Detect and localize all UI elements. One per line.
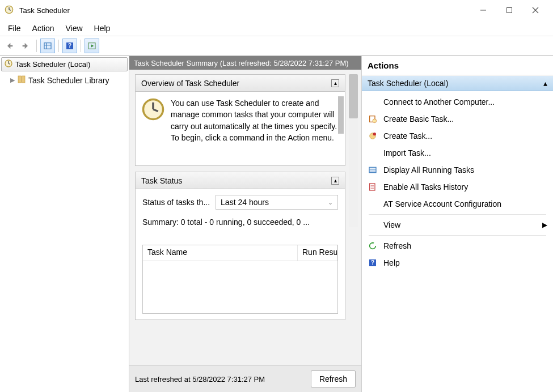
svg-rect-17 [18, 76, 21, 83]
actions-panel-title: Actions [362, 56, 553, 75]
refresh-icon [368, 241, 378, 251]
col-run-result[interactable]: Run Resu [298, 245, 337, 261]
action-connect-computer[interactable]: Connect to Another Computer... [362, 93, 553, 110]
collapse-up-icon: ▴ [543, 79, 547, 88]
status-summary-text: Summary: 0 total - 0 running, 0 succeede… [142, 218, 338, 227]
tree-child-library[interactable]: ▶ Task Scheduler Library [0, 73, 129, 88]
action-separator [369, 214, 546, 215]
action-label: Enable All Tasks History [383, 182, 468, 191]
menubar: File Action View Help [0, 20, 553, 36]
actions-subheader[interactable]: Task Scheduler (Local) ▴ [362, 75, 553, 91]
action-view[interactable]: View ▶ [362, 216, 553, 233]
window-title: Task Scheduler [19, 6, 470, 15]
svg-marker-33 [373, 242, 374, 244]
svg-marker-13 [91, 44, 94, 47]
blank-icon [368, 220, 378, 230]
menu-action[interactable]: Action [27, 22, 60, 35]
menu-help[interactable]: Help [88, 22, 116, 35]
maximize-button[interactable] [496, 2, 522, 19]
titlebar: Task Scheduler [0, 0, 553, 20]
center-panel: Task Scheduler Summary (Last refreshed: … [129, 56, 361, 392]
overview-text: You can use Task Scheduler to create and… [171, 97, 339, 160]
blank-icon [368, 97, 378, 107]
action-create-basic-task[interactable]: Create Basic Task... [362, 110, 553, 127]
collapse-up-icon[interactable]: ▴ [331, 177, 339, 185]
blank-icon [368, 199, 378, 209]
clock-large-icon [141, 97, 165, 160]
task-status-body: Status of tasks th... Last 24 hours ⌄ Su… [136, 189, 345, 319]
svg-rect-4 [507, 8, 512, 13]
window-controls [470, 2, 548, 19]
clock-icon [4, 59, 13, 70]
main: Task Scheduler (Local) ▶ Task Scheduler … [0, 56, 553, 392]
actions-subheader-label: Task Scheduler (Local) [368, 79, 448, 88]
nav-forward-button[interactable] [18, 39, 33, 53]
status-label: Status of tasks th... [142, 198, 210, 207]
svg-rect-26 [369, 167, 376, 172]
arrow-right-icon: ▶ [542, 221, 547, 229]
status-period-select[interactable]: Last 24 hours ⌄ [216, 195, 338, 210]
help-icon: ? [368, 258, 378, 268]
action-display-running[interactable]: Display All Running Tasks [362, 161, 553, 178]
library-icon [17, 75, 26, 86]
status-filter-row: Status of tasks th... Last 24 hours ⌄ [142, 195, 338, 210]
action-label: Refresh [383, 241, 411, 250]
overview-body: You can use Task Scheduler to create and… [136, 92, 345, 165]
task-status-header[interactable]: Task Status ▴ [136, 172, 345, 189]
app-icon [5, 5, 15, 15]
action-label: Help [383, 258, 400, 267]
action-label: AT Service Account Configuration [383, 199, 501, 208]
actions-panel: Actions Task Scheduler (Local) ▴ Connect… [361, 56, 553, 392]
action-label: Connect to Another Computer... [383, 97, 495, 106]
scrollbar-thumb[interactable] [349, 74, 358, 118]
create-task-icon [368, 131, 378, 141]
status-table: Task Name Run Resu [142, 245, 338, 314]
action-label: Display All Running Tasks [383, 165, 474, 174]
left-tree-panel: Task Scheduler (Local) ▶ Task Scheduler … [0, 56, 129, 392]
svg-point-25 [373, 133, 376, 135]
collapse-up-icon[interactable]: ▴ [331, 79, 339, 87]
menu-view[interactable]: View [60, 22, 88, 35]
overview-header[interactable]: Overview of Task Scheduler ▴ [136, 75, 345, 92]
toolbar-separator [36, 40, 37, 52]
action-separator [369, 235, 546, 236]
toolbar-separator [58, 40, 59, 52]
nav-back-button[interactable] [2, 39, 17, 53]
svg-text:?: ? [68, 42, 71, 49]
actions-list: Connect to Another Computer... Create Ba… [362, 91, 553, 274]
action-help[interactable]: ? Help [362, 254, 553, 271]
basic-task-icon [368, 114, 378, 124]
menu-file[interactable]: File [2, 22, 27, 35]
action-enable-history[interactable]: Enable All Tasks History [362, 178, 553, 195]
svg-text:?: ? [371, 259, 374, 266]
svg-rect-18 [22, 76, 25, 83]
action-refresh[interactable]: Refresh [362, 237, 553, 254]
action-create-task[interactable]: Create Task... [362, 127, 553, 144]
svg-point-23 [373, 119, 377, 123]
show-hide-panel-button[interactable] [40, 39, 55, 53]
center-body: Overview of Task Scheduler ▴ You can use… [129, 70, 361, 365]
blank-icon [368, 148, 378, 158]
tree-root[interactable]: Task Scheduler (Local) [1, 57, 128, 71]
tree-child-label: Task Scheduler Library [28, 76, 109, 85]
action-label: Import Task... [383, 148, 431, 157]
col-task-name[interactable]: Task Name [143, 245, 298, 261]
action-import-task[interactable]: Import Task... [362, 144, 553, 161]
toolbar-separator [81, 40, 81, 52]
action-label: Create Task... [383, 131, 432, 140]
refresh-button[interactable]: Refresh [311, 370, 356, 387]
overview-group: Overview of Task Scheduler ▴ You can use… [135, 74, 345, 166]
status-select-value: Last 24 hours [221, 198, 269, 207]
close-button[interactable] [522, 2, 548, 19]
history-icon [368, 182, 378, 192]
task-status-title: Task Status [141, 176, 182, 185]
svg-rect-7 [44, 42, 51, 49]
help-toolbar-button[interactable]: ? [62, 39, 77, 53]
minimize-button[interactable] [470, 2, 496, 19]
action-label: Create Basic Task... [383, 114, 454, 123]
overview-title: Overview of Task Scheduler [141, 79, 239, 88]
overview-scrollbar[interactable] [338, 96, 344, 134]
action-label: View [383, 220, 400, 229]
action-at-service-config[interactable]: AT Service Account Configuration [362, 195, 553, 212]
run-toolbar-button[interactable] [85, 39, 99, 53]
